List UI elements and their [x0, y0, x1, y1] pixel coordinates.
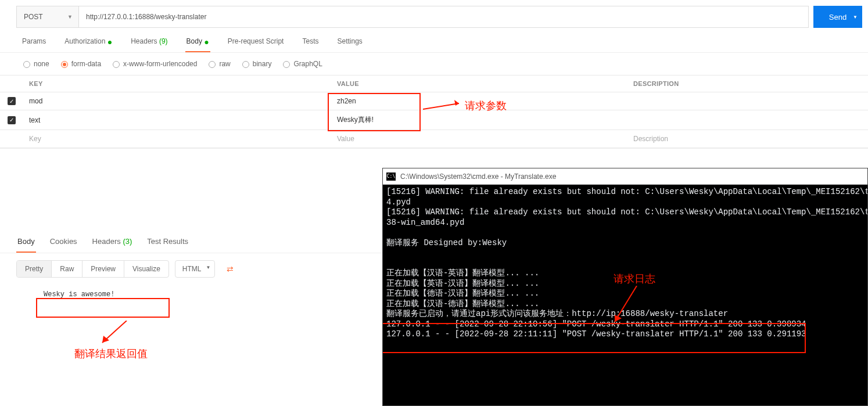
tab-headers[interactable]: Headers (9)	[130, 37, 168, 52]
bodytype-none[interactable]: none	[23, 60, 49, 68]
resp-tab-headers[interactable]: Headers (3)	[91, 237, 134, 253]
table-row: ✓ mod zh2en	[0, 92, 868, 110]
annotation-request-params: 请求参数	[465, 99, 507, 113]
form-data-table: KEY VALUE DESCRIPTION ✓ mod zh2en ✓ text…	[0, 75, 868, 148]
method-value: POST	[24, 13, 43, 21]
wrap-toggle-icon[interactable]: ⇄	[222, 261, 238, 277]
table-row-empty: Key Value Description	[0, 130, 868, 148]
col-desc-header: DESCRIPTION	[627, 76, 868, 92]
tab-body[interactable]: Body ●	[185, 37, 210, 52]
tab-prerequest[interactable]: Pre-request Script	[227, 37, 285, 52]
request-tabs: Params Authorization ● Headers (9) Body …	[0, 31, 868, 53]
desc-cell[interactable]	[627, 116, 868, 125]
terminal-title-text: C:\Windows\System32\cmd.exe - MyTranslat…	[400, 173, 556, 181]
send-label: Send	[829, 13, 847, 21]
col-value-header: VALUE	[331, 76, 627, 92]
terminal-output[interactable]: [15216] WARNING: file already exists but…	[383, 185, 867, 405]
value-placeholder[interactable]: Value	[331, 130, 627, 148]
bodytype-xwww[interactable]: x-www-form-urlencoded	[113, 60, 197, 68]
view-mode-group: Pretty Raw Preview Visualize	[16, 260, 169, 278]
resp-tab-testresults[interactable]: Test Results	[146, 237, 189, 253]
auth-dot-icon: ●	[107, 37, 112, 46]
desc-cell[interactable]	[627, 96, 868, 106]
annotation-request-log: 请求日志	[614, 272, 655, 286]
svg-line-2	[102, 321, 127, 343]
body-type-selector: none form-data x-www-form-urlencoded raw…	[0, 53, 868, 75]
tab-tests[interactable]: Tests	[301, 37, 320, 52]
resp-tab-body[interactable]: Body	[16, 237, 36, 253]
row-checkbox[interactable]: ✓	[8, 97, 16, 105]
annotation-response-result: 翻译结果返回值	[74, 347, 148, 361]
view-visualize[interactable]: Visualize	[124, 261, 168, 277]
url-value: http://127.0.0.1:16888/wesky-translater	[86, 13, 206, 21]
value-cell[interactable]: Wesky真棒!	[331, 110, 627, 130]
bodytype-binary[interactable]: binary	[242, 60, 272, 68]
bodytype-raw[interactable]: raw	[209, 60, 230, 68]
request-bar: POST http://127.0.0.1:16888/wesky-transl…	[0, 0, 868, 31]
format-select[interactable]: HTML	[175, 260, 215, 278]
resp-tab-cookies[interactable]: Cookies	[49, 237, 78, 253]
bodytype-form-data[interactable]: form-data	[61, 60, 101, 68]
row-checkbox[interactable]: ✓	[8, 116, 16, 124]
table-header: KEY VALUE DESCRIPTION	[0, 76, 868, 92]
key-cell[interactable]: mod	[23, 92, 331, 110]
view-raw[interactable]: Raw	[52, 261, 83, 277]
view-pretty[interactable]: Pretty	[17, 261, 52, 277]
terminal-window: C:\ C:\Windows\System32\cmd.exe - MyTran…	[382, 168, 868, 406]
body-dot-icon: ●	[204, 37, 209, 46]
arrow-icon	[98, 321, 132, 347]
view-preview[interactable]: Preview	[83, 261, 124, 277]
method-select[interactable]: POST	[16, 6, 79, 28]
svg-marker-3	[102, 336, 109, 343]
tab-settings[interactable]: Settings	[336, 37, 363, 52]
tab-authorization[interactable]: Authorization ●	[63, 37, 113, 52]
bodytype-graphql[interactable]: GraphQL	[283, 60, 322, 68]
cmd-icon: C:\	[386, 173, 396, 181]
desc-placeholder[interactable]: Description	[627, 130, 868, 148]
key-cell[interactable]: text	[23, 112, 331, 129]
key-placeholder[interactable]: Key	[23, 130, 331, 148]
send-button[interactable]: Send	[813, 6, 862, 28]
col-key-header: KEY	[23, 76, 331, 92]
tab-params[interactable]: Params	[21, 37, 47, 52]
url-input[interactable]: http://127.0.0.1:16888/wesky-translater	[79, 6, 809, 28]
table-row: ✓ text Wesky真棒!	[0, 110, 868, 130]
terminal-titlebar[interactable]: C:\ C:\Windows\System32\cmd.exe - MyTran…	[383, 168, 867, 185]
